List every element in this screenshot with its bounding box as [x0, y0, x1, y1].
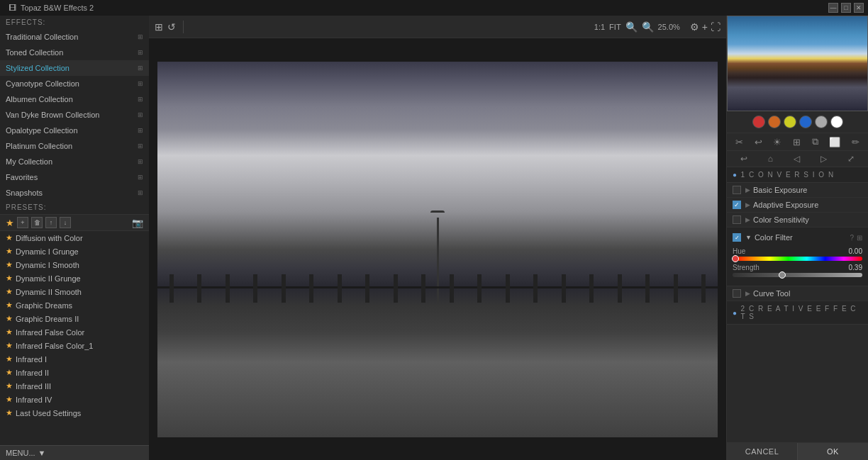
canvas-area: [149, 38, 726, 460]
settings-icon[interactable]: ⚙: [690, 21, 699, 33]
zoom-1to1-button[interactable]: 1:1: [594, 23, 605, 31]
effects-item-van-dyke[interactable]: Van Dyke Brown Collection⊞: [0, 107, 149, 123]
preset-item[interactable]: ★Diffusion with Color: [0, 231, 149, 245]
preset-star-icon: ★: [6, 247, 13, 256]
bridge-post: [226, 274, 230, 303]
preset-item[interactable]: ★Graphic Dreams: [0, 298, 149, 312]
bridge-post: [282, 274, 286, 303]
crop-icon[interactable]: ✂: [735, 137, 743, 147]
refresh-icon[interactable]: ↺: [167, 21, 176, 33]
preset-item[interactable]: ★Graphic Dreams II: [0, 312, 149, 325]
back-icon[interactable]: ◁: [794, 154, 800, 164]
curve-tool-label: Curve Tool: [753, 289, 790, 298]
mask-icon[interactable]: ⬜: [829, 137, 840, 147]
strength-slider-thumb[interactable]: [779, 271, 786, 279]
color-filter-checkbox[interactable]: ✓: [733, 233, 741, 242]
snapshot-button[interactable]: 📷: [132, 218, 143, 228]
strength-slider[interactable]: [733, 273, 862, 277]
zoom-fit-button[interactable]: FIT: [609, 23, 621, 31]
import-preset-button[interactable]: ↑: [45, 217, 57, 228]
effects-item-my-collection[interactable]: My Collection⊞: [0, 154, 149, 169]
effects-item-platinum[interactable]: Platinum Collection⊞: [0, 138, 149, 154]
effects-item-toned[interactable]: Toned Collection⊞: [0, 45, 149, 60]
toolbar-separator: [183, 21, 184, 33]
title-bar-controls[interactable]: — □ ✕: [828, 3, 864, 13]
fullscreen-icon[interactable]: ⛶: [711, 21, 720, 33]
presets-list: ★Diffusion with Color★Dynamic I Grunge★D…: [0, 231, 149, 420]
color-swatch[interactable]: [799, 116, 812, 128]
effects-item-snapshots[interactable]: Snapshots⊞: [0, 185, 149, 201]
color-swatch[interactable]: [768, 116, 781, 128]
effects-item-cyanotype[interactable]: Cyanotype Collection⊞: [0, 76, 149, 91]
forward-icon[interactable]: ▷: [820, 154, 827, 164]
color-filter-section: ✓ ▼ Color Filter ? ⊞ Hue 0.00: [727, 228, 868, 286]
home-icon[interactable]: ⌂: [768, 154, 773, 164]
color-swatch[interactable]: [815, 116, 828, 128]
effects-item-opalotype[interactable]: Opalotype Collection⊞: [0, 123, 149, 138]
preset-item[interactable]: ★Last Used Settings: [0, 406, 149, 420]
curve-tool-checkbox[interactable]: [733, 289, 741, 298]
grid-view-icon[interactable]: ⊞: [155, 21, 163, 33]
color-filter-help-icon[interactable]: ?: [850, 234, 854, 242]
color-swatch[interactable]: [830, 116, 843, 128]
preset-item[interactable]: ★Infrared IV: [0, 393, 149, 406]
add-icon[interactable]: +: [702, 21, 708, 33]
effects-item-albumen[interactable]: Albumen Collection⊞: [0, 91, 149, 107]
close-button[interactable]: ✕: [854, 3, 864, 13]
effects-item-label: Albumen Collection: [6, 95, 73, 103]
add-preset-button[interactable]: +: [17, 217, 28, 228]
basic-exposure-item[interactable]: ▶ Basic Exposure: [727, 183, 868, 198]
preset-item[interactable]: ★Dynamic II Grunge: [0, 271, 149, 285]
preset-item[interactable]: ★Infrared False Color_1: [0, 339, 149, 352]
color-sensitivity-item[interactable]: ▶ Color Sensitivity: [727, 213, 868, 228]
preset-star-icon: ★: [6, 274, 13, 283]
rotate-icon[interactable]: ↩: [755, 137, 762, 147]
compare-icon[interactable]: ⧉: [812, 136, 818, 147]
preset-item[interactable]: ★Infrared I: [0, 352, 149, 366]
effects-item-favorites[interactable]: Favorites⊞: [0, 169, 149, 185]
adaptive-exposure-item[interactable]: ✓ ▶ Adaptive Exposure: [727, 198, 868, 213]
hue-slider[interactable]: [733, 257, 862, 261]
effects-grid-icon: ⊞: [138, 111, 143, 118]
pen-icon[interactable]: ✏: [852, 137, 859, 147]
cancel-button[interactable]: CANCEL: [727, 443, 798, 460]
menu-label: MENU...: [6, 449, 35, 457]
export-preset-button[interactable]: ↓: [60, 217, 71, 228]
adaptive-exposure-label: Adaptive Exposure: [753, 201, 818, 209]
preset-item[interactable]: ★Infrared III: [0, 379, 149, 393]
ok-button[interactable]: OK: [798, 443, 868, 460]
preset-item[interactable]: ★Infrared II: [0, 366, 149, 379]
basic-exposure-checkbox[interactable]: [733, 186, 741, 194]
undo-icon[interactable]: ↩: [740, 154, 747, 164]
conversion-section-header: ● 1 C O N V E R S I O N: [727, 167, 868, 183]
preset-item[interactable]: ★Dynamic II Smooth: [0, 285, 149, 298]
preset-item[interactable]: ★Infrared False Color: [0, 325, 149, 339]
color-swatch[interactable]: [784, 116, 796, 128]
right-toolbar-icons: ⚙ + ⛶: [690, 21, 720, 33]
color-filter-expand-icon[interactable]: ⊞: [857, 234, 862, 242]
sun-icon[interactable]: ☀: [773, 137, 781, 147]
adaptive-exposure-checkbox[interactable]: ✓: [733, 201, 741, 209]
hue-slider-thumb[interactable]: [732, 255, 739, 262]
maximize-button[interactable]: □: [841, 3, 851, 13]
effects-grid-icon: ⊞: [138, 142, 143, 150]
preset-item[interactable]: ★Dynamic I Grunge: [0, 245, 149, 258]
minimize-button[interactable]: —: [828, 3, 838, 13]
grid-icon[interactable]: ⊞: [793, 137, 801, 147]
bridge-post: [674, 274, 678, 303]
expand-icon[interactable]: ⤢: [847, 154, 855, 164]
color-sensitivity-checkbox[interactable]: [733, 215, 741, 224]
bridge-post: [421, 274, 425, 303]
section-number-1: ●: [733, 171, 738, 179]
zoom-out-icon[interactable]: 🔍: [625, 21, 638, 33]
menu-button[interactable]: MENU... ▼: [0, 445, 149, 460]
curve-tool-item[interactable]: ▶ Curve Tool: [727, 286, 868, 301]
zoom-in-icon[interactable]: 🔍: [642, 21, 654, 33]
preset-item[interactable]: ★Dynamic I Smooth: [0, 258, 149, 271]
delete-preset-button[interactable]: 🗑: [31, 217, 43, 228]
effects-item-label: Stylized Collection: [6, 64, 69, 72]
color-swatch[interactable]: [752, 116, 765, 128]
color-sensitivity-arrow-icon: ▶: [745, 216, 750, 223]
effects-item-traditional[interactable]: Traditional Collection⊞: [0, 29, 149, 45]
effects-item-stylized[interactable]: Stylized Collection⊞: [0, 60, 149, 76]
